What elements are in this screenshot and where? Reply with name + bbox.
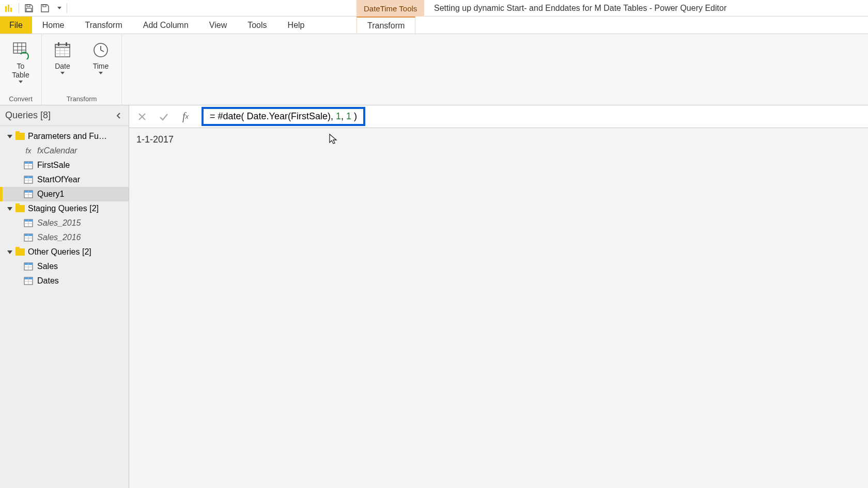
date-button[interactable]: Date [48, 40, 77, 74]
folder-label: Staging Queries [2] [28, 204, 99, 213]
query-label: Dates [37, 276, 59, 286]
chevron-down-icon [99, 72, 103, 74]
queries-pane: Queries [8] Parameters and Functions fx … [0, 105, 129, 488]
folder-icon [16, 248, 25, 256]
query-sales2015[interactable]: Sales_2015 [0, 216, 129, 230]
query-label: fxCalendar [37, 146, 77, 155]
collapse-pane-button[interactable] [114, 111, 123, 120]
caret-down-icon [7, 135, 12, 138]
fx-icon[interactable]: fx [176, 108, 195, 125]
formula-num2: 1 [346, 111, 351, 122]
time-button[interactable]: Time [86, 40, 115, 74]
chevron-down-icon [60, 72, 65, 74]
contextual-tab-label: DateTime Tools [357, 0, 424, 17]
query-query1[interactable]: Query1 [0, 187, 129, 201]
caret-down-icon [7, 207, 12, 211]
tab-file[interactable]: File [0, 17, 32, 34]
svg-rect-0 [5, 6, 7, 12]
query-label: Query1 [37, 190, 64, 199]
queries-header: Queries [8] [0, 105, 129, 126]
separator [67, 3, 67, 13]
queries-tree: Parameters and Functions fx fxCalendar F… [0, 126, 129, 291]
caret-down-icon [7, 250, 12, 254]
main-area: Queries [8] Parameters and Functions fx … [0, 105, 868, 488]
tab-context-transform[interactable]: Transform [357, 17, 415, 34]
formula-sep: , [341, 111, 346, 122]
app-icon [4, 4, 13, 13]
tab-add-column[interactable]: Add Column [133, 17, 199, 34]
tab-help[interactable]: Help [277, 17, 315, 34]
svg-rect-2 [10, 8, 12, 12]
ribbon-tabs: File Home Transform Add Column View Tool… [0, 17, 868, 34]
table-icon [24, 190, 33, 198]
to-table-button[interactable]: To Table [6, 40, 35, 83]
formula-accept-button[interactable] [154, 108, 174, 125]
folder-label: Other Queries [2] [28, 247, 91, 257]
table-icon [24, 233, 33, 242]
calendar-icon [53, 40, 72, 60]
ribbon-group-transform: Date Time Transform [42, 34, 122, 105]
date-label: Date [55, 62, 70, 71]
cursor-icon [329, 133, 338, 145]
to-table-icon [11, 40, 30, 60]
time-label: Time [93, 62, 109, 71]
function-icon: fx [24, 147, 33, 155]
formula-text-suffix: ) [351, 111, 357, 122]
qat-customize-icon[interactable] [57, 7, 61, 9]
folder-icon [16, 205, 25, 212]
ribbon-body: To Table Convert Date [0, 34, 868, 105]
ribbon-group-label-convert: Convert [9, 93, 33, 104]
quick-access-toolbar [0, 0, 71, 16]
query-label: Sales_2016 [37, 233, 81, 242]
query-startofyear[interactable]: StartOfYear [0, 172, 129, 187]
query-fxcalendar[interactable]: fx fxCalendar [0, 144, 129, 158]
result-area: 1-1-2017 [129, 128, 868, 151]
folder-staging[interactable]: Staging Queries [2] [0, 201, 129, 216]
window-title: Setting up dynamic Start- and Enddates f… [434, 4, 726, 13]
folder-icon [16, 133, 25, 140]
svg-rect-14 [58, 42, 59, 46]
query-dates[interactable]: Dates [0, 274, 129, 288]
save-icon[interactable] [24, 4, 34, 13]
chevron-down-icon [19, 81, 23, 83]
query-firstsale[interactable]: FirstSale [0, 158, 129, 172]
table-icon [24, 219, 33, 227]
ribbon-group-label-transform: Transform [67, 93, 97, 104]
queries-header-label: Queries [8] [5, 110, 51, 121]
formula-bar: fx = #date( Date.Year(FirstSale), 1, 1 ) [129, 105, 868, 128]
table-icon [24, 161, 33, 169]
save-dropdown-icon[interactable] [39, 4, 51, 13]
query-label: Sales_2015 [37, 218, 81, 228]
folder-parameters[interactable]: Parameters and Functions [0, 129, 129, 144]
content-area: fx = #date( Date.Year(FirstSale), 1, 1 )… [129, 105, 868, 488]
folder-label: Parameters and Functions [28, 132, 111, 141]
formula-num1: 1 [336, 111, 341, 122]
contextual-tab-header: DateTime Tools [357, 0, 424, 17]
query-label: StartOfYear [37, 175, 80, 184]
svg-rect-1 [8, 5, 9, 12]
query-label: Sales [37, 262, 58, 271]
title-bar: DateTime Tools Setting up dynamic Start-… [0, 0, 868, 17]
table-icon [24, 176, 33, 184]
tab-view[interactable]: View [199, 17, 237, 34]
separator [19, 3, 19, 13]
to-table-label: To Table [12, 62, 29, 80]
svg-rect-15 [66, 42, 67, 46]
tab-transform[interactable]: Transform [74, 17, 132, 34]
query-label: FirstSale [37, 161, 70, 170]
result-value: 1-1-2017 [136, 134, 174, 145]
tab-tools[interactable]: Tools [237, 17, 277, 34]
formula-input[interactable]: = #date( Date.Year(FirstSale), 1, 1 ) [202, 107, 365, 126]
formula-text-prefix: = #date( Date.Year(FirstSale), [210, 111, 336, 122]
query-sales2016[interactable]: Sales_2016 [0, 230, 129, 245]
svg-rect-13 [55, 44, 70, 48]
tab-home[interactable]: Home [32, 17, 75, 34]
ribbon-group-convert: To Table Convert [0, 34, 42, 105]
query-sales[interactable]: Sales [0, 259, 129, 274]
table-icon [24, 277, 33, 285]
clock-icon [91, 40, 111, 60]
svg-rect-4 [26, 8, 32, 11]
folder-other[interactable]: Other Queries [2] [0, 245, 129, 259]
table-icon [24, 262, 33, 271]
formula-cancel-button[interactable] [132, 108, 152, 125]
